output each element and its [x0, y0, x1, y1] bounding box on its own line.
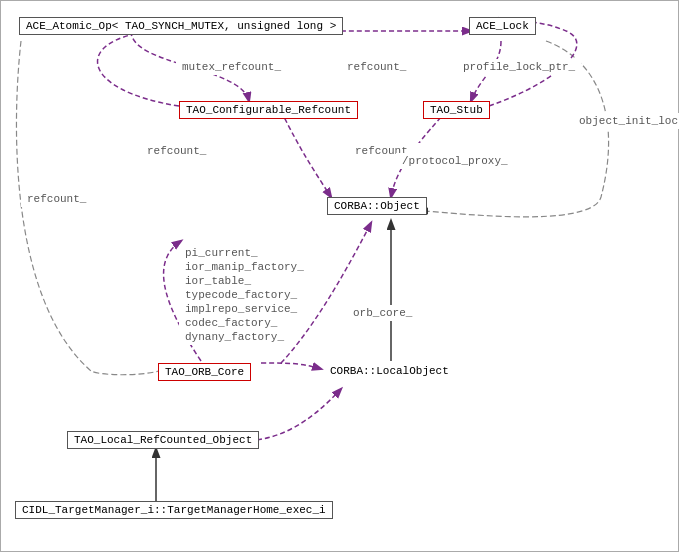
label-mutex-refcount: mutex_refcount_: [176, 59, 287, 75]
label-object-init-lock: object_init_lock_: [573, 113, 679, 129]
label-dynany: dynany_factory_: [179, 329, 290, 345]
label-profile-lock-ptr: profile_lock_ptr_: [457, 59, 581, 75]
node-cidl-target: CIDL_TargetManager_i::TargetManagerHome_…: [15, 501, 333, 519]
node-tao-stub: TAO_Stub: [423, 101, 490, 119]
label-orb-core: orb_core_: [347, 305, 418, 321]
node-tao-orb-core: TAO_ORB_Core: [158, 363, 251, 381]
node-tao-local-refcounted: TAO_Local_RefCounted_Object: [67, 431, 259, 449]
node-ace-lock: ACE_Lock: [469, 17, 536, 35]
label-refcount1: refcount_: [341, 59, 412, 75]
node-ace-atomic: ACE_Atomic_Op< TAO_SYNCH_MUTEX, unsigned…: [19, 17, 343, 35]
label-protocol-proxy: /protocol_proxy_: [396, 153, 514, 169]
label-refcount2: refcount_: [141, 143, 212, 159]
node-corba-object: CORBA::Object: [327, 197, 427, 215]
diagram-container: ACE_Atomic_Op< TAO_SYNCH_MUTEX, unsigned…: [0, 0, 679, 552]
node-corba-localobject: CORBA::LocalObject: [324, 363, 455, 379]
label-refcount4: refcount_: [21, 191, 92, 207]
node-tao-configurable: TAO_Configurable_Refcount: [179, 101, 358, 119]
arrows-svg: [1, 1, 679, 552]
